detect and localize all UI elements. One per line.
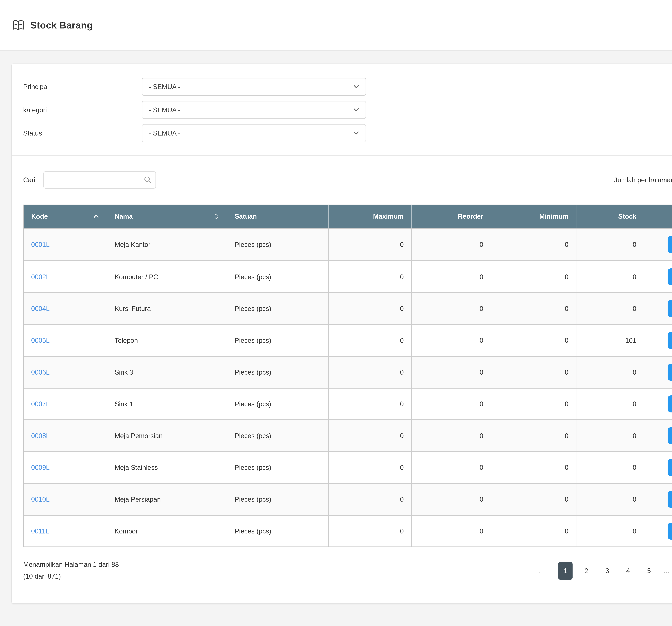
table-row: 0008L Meja Pemorsian Pieces (pcs) 0 0 0 … [24,420,672,451]
kode-link[interactable]: 0001L [31,241,50,248]
stock-detail-button[interactable]: A [668,332,672,349]
column-header-satuan[interactable]: Satuan [227,205,328,229]
stock-cell: 0 [576,260,644,292]
column-header-kode[interactable]: Kode [24,205,107,229]
stock-barang-page: Stock Barang Principal - SEMUA - kategor… [0,0,672,626]
stock-detail-button[interactable]: A [668,395,672,412]
search-input[interactable] [43,171,156,189]
reorder-cell: 0 [411,324,491,356]
kode-link[interactable]: 0009L [31,464,50,471]
kode-link[interactable]: 0008L [31,432,50,440]
nama-cell: Komputer / PC [106,260,227,292]
nama-cell: Meja Persiapan [106,483,227,515]
kode-link[interactable]: 0010L [31,496,50,503]
pagination-page-1[interactable]: 1 [558,562,573,580]
nama-cell: Telepon [106,324,227,356]
reorder-cell: 0 [411,420,491,451]
table-row: 0007L Sink 1 Pieces (pcs) 0 0 0 0 A [24,387,672,420]
stock-detail-button[interactable]: A [668,427,672,444]
kode-link[interactable]: 0002L [31,273,50,280]
principal-select[interactable]: - SEMUA - [142,78,366,96]
table-toolbar: Cari: Jumlah per halaman: 10 [12,156,672,189]
stock-cell: 0 [576,515,644,547]
stock-detail-button[interactable]: A [668,459,672,476]
stock-detail-button[interactable]: A [668,491,672,508]
reorder-cell: 0 [411,515,491,547]
pagination-page-4[interactable]: 4 [621,562,635,580]
column-header-nama[interactable]: Nama [106,205,227,229]
search-label: Cari: [23,176,37,184]
satuan-cell: Pieces (pcs) [227,260,328,292]
sort-both-icon [213,213,219,220]
stock-cell: 0 [576,387,644,420]
kode-link[interactable]: 0004L [31,305,50,312]
stock-detail-button[interactable]: A [668,364,672,381]
kode-link[interactable]: 0007L [31,400,50,408]
principal-select-value: - SEMUA - [149,83,180,91]
status-select-value: - SEMUA - [149,129,180,137]
nama-cell: Meja Stainless [106,451,227,483]
table-row: 0004L Kursi Futura Pieces (pcs) 0 0 0 0 … [24,292,672,324]
open-book-icon [12,20,25,31]
column-header-reorder[interactable]: Reorder [411,205,491,229]
satuan-cell: Pieces (pcs) [227,387,328,420]
nama-cell: Kompor [106,515,227,547]
stock-detail-button[interactable]: A [668,268,672,285]
kode-link[interactable]: 0006L [31,369,50,376]
stock-cell: 0 [576,483,644,515]
chevron-down-icon [354,85,359,89]
reorder-cell: 0 [411,260,491,292]
stock-detail-button[interactable]: A [668,523,672,540]
pagination-ellipsis: … [663,562,670,580]
reorder-cell: 0 [411,356,491,387]
minimum-cell: 0 [491,324,576,356]
content-card: Principal - SEMUA - kategori - SEMUA - S… [11,64,672,604]
nama-cell: Meja Kantor [106,229,227,260]
stock-cell: 0 [576,451,644,483]
pagination-summary-line1: Menampilkan Halaman 1 dari 88 [23,561,119,568]
maximum-cell: 0 [328,483,411,515]
pagination-page-3[interactable]: 3 [600,562,614,580]
minimum-cell: 0 [491,356,576,387]
chevron-down-icon [354,108,359,111]
pagination-summary-line2: (10 dari 871) [23,573,119,579]
nama-cell: Sink 1 [106,387,227,420]
stock-cell: 0 [576,420,644,451]
table-row: 0011L Kompor Pieces (pcs) 0 0 0 0 A [24,515,672,547]
table-row: 0010L Meja Persiapan Pieces (pcs) 0 0 0 … [24,483,672,515]
reorder-cell: 0 [411,451,491,483]
stock-detail-button[interactable]: A [668,236,672,253]
nama-cell: Meja Pemorsian [106,420,227,451]
satuan-cell: Pieces (pcs) [227,483,328,515]
kode-link[interactable]: 0005L [31,337,50,344]
pagination-pages: 12345…88 [555,562,672,580]
table-row: 0001L Meja Kantor Pieces (pcs) 0 0 0 0 A [24,229,672,260]
maximum-cell: 0 [328,451,411,483]
pagination-page-2[interactable]: 2 [579,562,594,580]
sort-asc-icon [93,213,99,220]
status-select[interactable]: - SEMUA - [142,124,366,142]
satuan-cell: Pieces (pcs) [227,356,328,387]
satuan-cell: Pieces (pcs) [227,324,328,356]
column-header-stock[interactable]: Stock [576,205,644,229]
pagination-page-5[interactable]: 5 [642,562,656,580]
table-header-row: Kode Nama Satuan [24,205,672,229]
minimum-cell: 0 [491,229,576,260]
stock-cell: 0 [576,229,644,260]
pagination-prev-arrow[interactable]: ← [537,562,546,580]
pagination-controls: ← 12345…88 → [537,562,672,580]
per-page-label: Jumlah per halaman: [614,176,672,184]
minimum-cell: 0 [491,483,576,515]
stock-cell: 0 [576,356,644,387]
maximum-cell: 0 [328,292,411,324]
stock-detail-button[interactable]: A [668,300,672,317]
satuan-cell: Pieces (pcs) [227,292,328,324]
minimum-cell: 0 [491,420,576,451]
maximum-cell: 0 [328,387,411,420]
column-header-minimum[interactable]: Minimum [491,205,576,229]
kode-link[interactable]: 0011L [31,527,49,535]
minimum-cell: 0 [491,260,576,292]
maximum-cell: 0 [328,260,411,292]
kategori-select[interactable]: - SEMUA - [142,101,366,119]
column-header-maximum[interactable]: Maximum [328,205,411,229]
